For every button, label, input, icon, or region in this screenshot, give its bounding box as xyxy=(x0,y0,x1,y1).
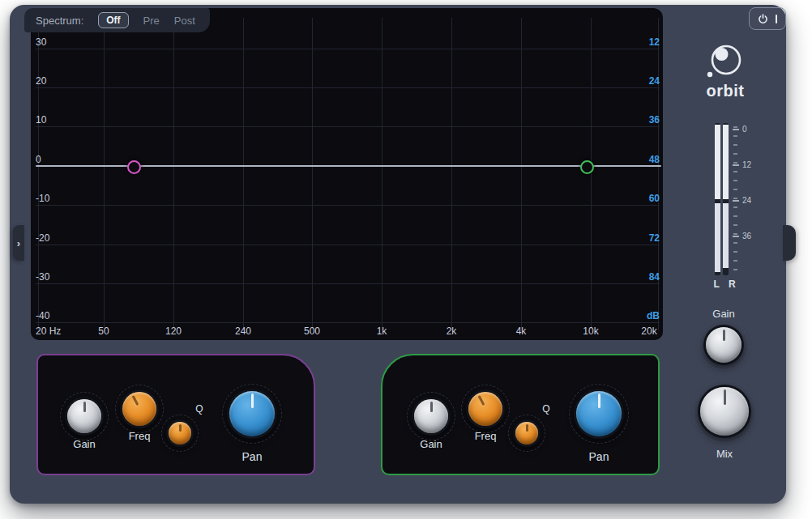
level-meter-right xyxy=(723,123,729,275)
meter-minor-ticks xyxy=(733,126,737,270)
chevron-right-icon: › xyxy=(17,237,20,249)
band1-freq-knob[interactable] xyxy=(120,389,159,428)
db-label-left: -40 xyxy=(36,310,49,321)
grid-line xyxy=(658,18,659,330)
right-panel-expander-tab[interactable] xyxy=(783,225,796,261)
grid-line xyxy=(36,126,660,127)
grid-line xyxy=(451,18,452,330)
band1-gain-label: Gain xyxy=(60,438,109,451)
grid-line xyxy=(521,18,522,330)
freq-label: 10k xyxy=(583,325,598,337)
db-label-left: -10 xyxy=(36,193,49,204)
eq-graph[interactable]: 3020100-10-20-30-4012243648607284dB20 Hz… xyxy=(31,8,663,340)
grid-line xyxy=(36,283,660,284)
band2-freq-knob[interactable] xyxy=(466,389,505,428)
db-label-left: -30 xyxy=(36,271,49,283)
knob-pointer-icon xyxy=(700,387,749,436)
knob-cap xyxy=(468,392,502,426)
db-label-left: 20 xyxy=(36,75,46,87)
meter-fill xyxy=(723,203,729,268)
master-gain-label: Gain xyxy=(703,308,744,321)
grid-line xyxy=(312,18,313,330)
grid-line xyxy=(173,18,174,330)
meter-fill xyxy=(715,203,720,272)
meter-fill xyxy=(723,125,729,199)
eq-node-band-2[interactable] xyxy=(580,160,594,174)
knob-cap xyxy=(67,399,101,433)
knob-pointer-icon xyxy=(67,399,101,433)
db-label-right: 84 xyxy=(630,271,660,283)
band-panel-right: Gain Freq Q Pan xyxy=(381,354,660,475)
band2-freq-label: Freq xyxy=(461,430,510,443)
grid-line xyxy=(36,49,660,49)
spectrum-off-button[interactable]: Off xyxy=(98,12,128,28)
db-label-right: 60 xyxy=(630,193,660,204)
db-label-right: 48 xyxy=(630,154,660,165)
freq-label: 2k xyxy=(447,325,457,337)
master-gain-knob[interactable] xyxy=(703,325,744,365)
band1-pan-label: Pan xyxy=(228,450,276,463)
knob-cap xyxy=(576,391,622,436)
db-label-right: 12 xyxy=(630,36,660,48)
mix-knob[interactable] xyxy=(698,385,751,438)
knob-cap xyxy=(229,391,275,436)
band-panel-left: Gain Freq Q Pan xyxy=(36,354,315,475)
grid-line xyxy=(36,205,660,206)
grid-line xyxy=(36,322,660,323)
db-label-right: 36 xyxy=(630,114,660,125)
db-label-left: -20 xyxy=(36,232,49,244)
freq-label: 20 Hz xyxy=(36,325,61,337)
knob-cap xyxy=(414,399,448,433)
freq-label: 20k xyxy=(641,325,656,337)
brand-name: orbit xyxy=(695,82,755,100)
grid-line xyxy=(36,87,660,88)
plugin-page: 3020100-10-20-30-4012243648607284dB20 Hz… xyxy=(0,0,812,519)
power-state-bar-icon xyxy=(776,15,778,23)
band2-pan-label: Pan xyxy=(575,450,623,463)
freq-label: 240 xyxy=(235,325,251,337)
knob-cap xyxy=(706,327,741,363)
knob-pointer-icon xyxy=(515,422,538,445)
spectrum-post-button[interactable]: Post xyxy=(174,15,195,27)
spectrum-label: Spectrum: xyxy=(36,15,83,27)
db-label-right: 72 xyxy=(630,232,660,244)
knob-cap xyxy=(515,422,538,445)
knob-pointer-icon xyxy=(576,391,622,436)
band1-gain-knob[interactable] xyxy=(65,397,104,436)
knob-cap xyxy=(169,422,191,445)
knob-cap xyxy=(122,392,156,426)
power-button[interactable] xyxy=(749,7,786,30)
band1-pan-knob[interactable] xyxy=(227,389,277,439)
left-panel-expander-tab[interactable]: › xyxy=(13,225,24,261)
knob-pointer-icon xyxy=(229,391,275,436)
db-label-left: 0 xyxy=(36,154,41,165)
grid-line xyxy=(243,18,244,330)
band2-gain-knob[interactable] xyxy=(412,397,451,436)
band2-gain-label: Gain xyxy=(407,438,455,451)
knob-pointer-icon xyxy=(169,422,191,445)
knob-pointer-icon xyxy=(414,399,448,433)
level-meter-left xyxy=(715,123,720,275)
db-label-right: 24 xyxy=(630,75,660,87)
band2-pan-knob[interactable] xyxy=(574,389,624,439)
freq-label: 50 xyxy=(98,325,109,337)
meter-channel-label: L R xyxy=(707,279,746,290)
band2-q-label: Q xyxy=(534,402,558,415)
eq-node-band-1[interactable] xyxy=(127,160,141,174)
db-label-left: 10 xyxy=(36,114,46,125)
mix-label: Mix xyxy=(698,448,751,461)
band2-q-knob[interactable] xyxy=(513,419,541,447)
band1-q-knob[interactable] xyxy=(166,419,194,447)
knob-pointer-icon xyxy=(706,327,741,363)
grid-line xyxy=(36,245,660,245)
grid-line xyxy=(382,18,382,330)
grid-line xyxy=(591,18,592,330)
grid-line xyxy=(104,18,105,330)
meter-fill xyxy=(715,125,720,199)
band1-freq-label: Freq xyxy=(115,430,164,443)
freq-label: 120 xyxy=(165,325,182,337)
spectrum-pre-button[interactable]: Pre xyxy=(143,15,160,27)
db-label-left: 30 xyxy=(36,36,46,48)
spectrum-toggle-bar: Spectrum: Off Pre Post xyxy=(24,8,210,32)
orbit-logo-icon xyxy=(701,34,750,83)
